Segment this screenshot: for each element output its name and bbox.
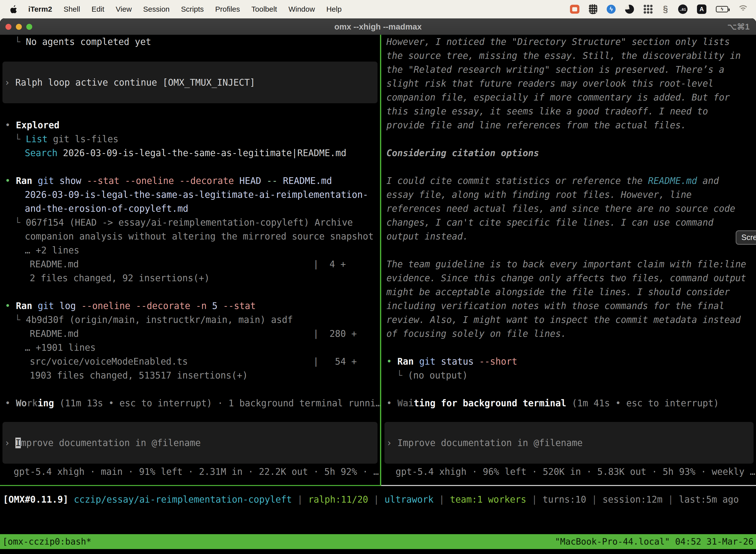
text-segment: (1m 41s • esc to interrupt) <box>572 398 719 408</box>
menu-item-help[interactable]: Help <box>326 5 342 13</box>
battery-icon-glyph: ϟ <box>721 6 723 12</box>
terminal-line: the source tree, missing the essay. Stil… <box>382 49 756 63</box>
battery-icon[interactable]: ϟ <box>716 6 728 12</box>
usage-badge-icon-glyph: ..61 <box>680 7 686 11</box>
squiggle-icon[interactable]: § <box>662 4 669 14</box>
text-segment: Ran <box>16 300 32 311</box>
tmux-status-bar: [omx-cczip0:bash* "MacBook-Pro-44.local"… <box>0 534 756 549</box>
input-source-icon[interactable]: A <box>697 4 706 14</box>
text-segment: --stat --oneline --decorate <box>87 175 234 186</box>
terminal-blank-line <box>382 340 756 354</box>
window-title-bar[interactable]: omx --xhigh --madmax ⌥⌘1 <box>0 18 756 35</box>
terminal-line: evidence. Since this change only affects… <box>382 271 756 285</box>
terminal-line: • Ran git status --short <box>382 354 756 368</box>
terminal-line: companion analysis without altering the … <box>0 229 380 243</box>
battery-nub <box>729 8 730 11</box>
menu-item-scripts[interactable]: Scripts <box>181 5 204 13</box>
text-segment: README.md <box>277 175 332 186</box>
text-segment: HEAD <box>234 175 267 186</box>
tmux-session-label: [omx-cczip0:bash* <box>2 537 91 547</box>
text-segment: last:5m ago <box>679 494 739 505</box>
chat-icon[interactable] <box>570 5 579 14</box>
text-segment: Ran <box>397 356 414 367</box>
menu-status-icons: ϟ§..61Aϟ <box>570 4 749 14</box>
terminal-line: including verification notes with those … <box>382 299 756 313</box>
text-segment: including verification notes with those … <box>386 300 724 311</box>
terminal-blank-line <box>382 243 756 257</box>
text-segment: 4b9d30f (origin/main, instructkr/main, m… <box>26 315 293 325</box>
menu-item-shell[interactable]: Shell <box>63 5 80 13</box>
omx-status-line: [OMX#0.11.9] cczip/essay/ai-reimplementa… <box>3 492 756 506</box>
text-segment: No agents completed yet <box>26 37 151 47</box>
menu-item-toolbelt[interactable]: Toolbelt <box>252 5 277 13</box>
terminal-line: companion file, especially if more comme… <box>382 90 756 104</box>
text-segment: companion analysis without altering the … <box>25 231 374 242</box>
menu-item-iterm2[interactable]: iTerm2 <box>28 5 52 13</box>
menu-item-edit[interactable]: Edit <box>91 5 105 13</box>
text-segment: Improve documentation in @filename <box>397 438 583 448</box>
text-segment: ting for background terminal <box>414 398 566 408</box>
text-segment: status <box>436 356 479 367</box>
text-segment: • <box>5 300 16 311</box>
text-segment: 067f154 (HEAD -> essay/ai-reimplementati… <box>26 217 353 228</box>
dots-grid-icon[interactable] <box>643 4 653 14</box>
text-segment: • <box>386 398 397 408</box>
prompt-input[interactable]: › Improve documentation in @filename <box>2 422 378 464</box>
text-segment: turns:10 <box>543 494 586 505</box>
terminal-line: • Explored <box>0 118 380 132</box>
text-segment: 1903 files changed, 513517 insertions(+) <box>30 370 248 381</box>
menu-item-profiles[interactable]: Profiles <box>215 5 240 13</box>
text-segment: Wo <box>16 398 27 408</box>
apple-logo-icon <box>10 5 17 13</box>
text-segment: README.md | 280 + <box>30 328 357 339</box>
terminal-line: └ (no output) <box>382 368 756 382</box>
pane-divider-vertical[interactable] <box>380 35 381 485</box>
pie-chart-icon[interactable] <box>625 5 634 14</box>
text-segment: | <box>434 494 450 505</box>
text-segment: show <box>54 175 87 186</box>
menu-item-session[interactable]: Session <box>143 5 170 13</box>
text-segment <box>207 300 212 311</box>
shield-grid-icon[interactable] <box>589 4 597 14</box>
text-segment: › <box>4 438 15 448</box>
text-segment: README.md <box>648 175 697 186</box>
terminal-blank-line <box>0 285 380 299</box>
text-segment: Explored <box>16 120 60 130</box>
blue-bolt-icon[interactable]: ϟ <box>607 5 616 14</box>
text-segment: › <box>386 438 397 448</box>
wifi-icon[interactable] <box>738 5 749 13</box>
text-segment: --oneline --decorate <box>81 300 190 311</box>
right-pane[interactable]: However, I noticed the "Directory Struct… <box>382 35 756 485</box>
text-segment: -- <box>267 175 277 186</box>
tmux-host-clock: "MacBook-Pro-44.local" 04:52 31-Mar-26 <box>555 537 754 547</box>
text-segment: review. Also, I might want to inspect th… <box>386 315 741 325</box>
left-pane[interactable]: └ No agents completed yet› Ralph loop ac… <box>0 35 380 485</box>
menu-item-window[interactable]: Window <box>289 5 315 13</box>
text-segment: … +1901 lines <box>25 342 96 353</box>
apple-menu-icon[interactable] <box>10 5 17 13</box>
text-segment: └ <box>15 217 26 228</box>
text-segment: git <box>38 175 54 186</box>
terminal-line: Search 2026-03-09-is-legal-the-same-as-l… <box>0 146 380 160</box>
thinking-heading: Considering citation options <box>382 146 756 160</box>
text-segment: references need actual files, and since … <box>386 203 735 214</box>
text-segment: git <box>38 300 54 311</box>
terminal-line: └ 067f154 (HEAD -> essay/ai-reimplementa… <box>0 215 380 229</box>
text-segment <box>414 356 419 367</box>
text-segment: might be acceptable alongside the file l… <box>386 287 730 297</box>
text-segment: Wai <box>397 398 414 408</box>
menu-item-view[interactable]: View <box>116 5 132 13</box>
tab-shortcut-label: ⌥⌘1 <box>728 22 756 32</box>
text-segment: (no output) <box>408 370 468 381</box>
text-segment: provide file and line references from th… <box>386 120 686 130</box>
text-segment: └ <box>15 37 26 47</box>
screen-share-tooltip: Scre <box>736 230 756 245</box>
text-segment: (11m 13s • esc to interrupt) · 1 backgro… <box>60 398 380 408</box>
usage-badge-icon[interactable]: ..61 <box>678 4 688 14</box>
text-segment: … +2 lines <box>25 245 79 256</box>
terminal-blank-line <box>0 160 380 174</box>
text-segment: • <box>5 175 16 186</box>
prompt-input[interactable]: › Improve documentation in @filename <box>384 422 754 464</box>
queued-message-box: › Ralph loop active continue [OMX_TMUX_I… <box>2 62 378 103</box>
terminal-line: The team guideline is to back every impo… <box>382 257 756 271</box>
